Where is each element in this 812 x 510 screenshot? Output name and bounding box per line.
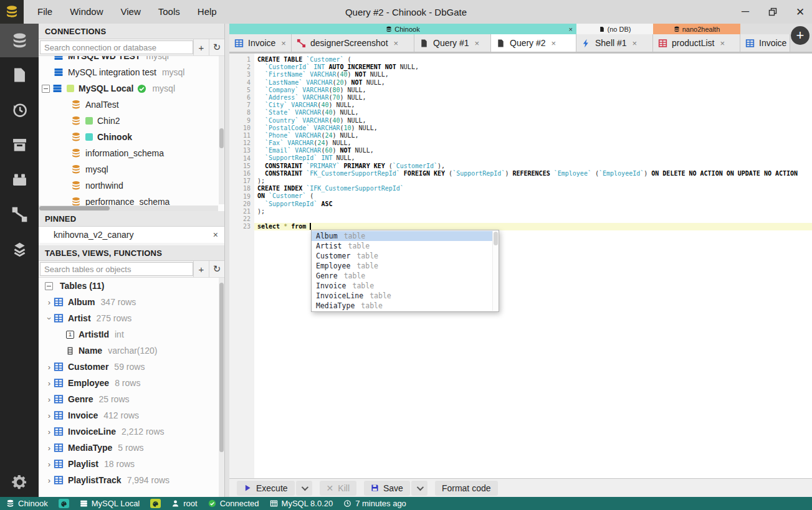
chevron-right-icon[interactable]: › xyxy=(45,298,54,307)
activity-plugins-button[interactable] xyxy=(0,162,39,197)
activity-designer-button[interactable] xyxy=(0,197,39,232)
connection-item[interactable]: MySQL integration testmysql xyxy=(39,64,224,80)
chevron-right-icon[interactable]: › xyxy=(45,411,54,420)
autocomplete-scrollbar[interactable] xyxy=(492,231,499,311)
autocomplete-item[interactable]: Genretable xyxy=(312,271,499,281)
connections-horizontal-scrollbar[interactable] xyxy=(39,205,218,211)
scrollbar-thumb[interactable] xyxy=(219,128,224,148)
activity-files-button[interactable] xyxy=(0,57,39,92)
refresh-connections-icon[interactable]: ↻ xyxy=(209,39,224,55)
column-row[interactable]: Namevarchar(120) xyxy=(39,342,224,359)
table-row[interactable]: ›Album347 rows xyxy=(39,294,224,310)
menu-view[interactable]: View xyxy=(112,0,150,24)
chevron-right-icon[interactable]: › xyxy=(45,395,54,404)
restore-icon[interactable] xyxy=(767,6,778,17)
tab-group-nano2health[interactable]: nano2health xyxy=(653,24,740,34)
database-item[interactable]: information_schema xyxy=(39,145,224,161)
autocomplete-item[interactable]: Artisttable xyxy=(312,241,499,251)
close-tab-icon[interactable]: × xyxy=(281,39,286,48)
close-tab-icon[interactable]: × xyxy=(720,39,725,48)
table-row[interactable]: ›Playlist18 rows xyxy=(39,456,224,472)
save-button[interactable]: Save xyxy=(364,481,410,496)
chevron-right-icon[interactable]: › xyxy=(45,460,54,469)
objects-search-input[interactable] xyxy=(40,262,193,276)
table-row[interactable]: ›Artist275 rows xyxy=(39,310,224,326)
chevron-right-icon[interactable]: › xyxy=(45,427,54,437)
autocomplete-item[interactable]: Invoicetable xyxy=(312,281,499,291)
chevron-right-icon[interactable]: › xyxy=(45,362,54,372)
close-icon[interactable]: ✕ xyxy=(795,6,806,17)
tab-invoice[interactable]: Invoice xyxy=(740,34,790,52)
autocomplete-item[interactable]: MediaTypetable xyxy=(312,301,499,311)
tab-invoice[interactable]: Invoice× xyxy=(229,34,292,52)
execute-button[interactable]: Execute xyxy=(237,481,295,496)
table-row[interactable]: ›Employee8 rows xyxy=(39,375,224,391)
close-tab-icon[interactable]: × xyxy=(394,39,399,48)
close-tab-icon[interactable]: × xyxy=(552,39,556,48)
tables-group-row[interactable]: Tables (11) xyxy=(39,278,224,294)
status-chinook[interactable]: Chinook xyxy=(6,499,48,508)
table-row[interactable]: ›MediaType5 rows xyxy=(39,440,224,456)
kill-button[interactable]: ✕Kill xyxy=(320,481,356,496)
status-connected[interactable]: Connected xyxy=(208,499,259,508)
collapse-icon[interactable] xyxy=(45,282,53,290)
chevron-right-icon[interactable]: › xyxy=(45,443,54,453)
add-object-button[interactable]: + xyxy=(193,261,209,277)
connection-item[interactable]: MySQL Localmysql xyxy=(39,80,224,97)
database-item[interactable]: northwind xyxy=(39,177,224,194)
database-item[interactable]: Chin2 xyxy=(39,113,224,129)
autocomplete-item[interactable]: Albumtable xyxy=(312,231,499,241)
menu-help[interactable]: Help xyxy=(189,0,226,24)
column-row[interactable]: 1ArtistIdint xyxy=(39,326,224,342)
autocomplete-item[interactable]: Employeetable xyxy=(312,261,499,271)
table-row[interactable]: ›Genre25 rows xyxy=(39,391,224,407)
scrollbar-thumb[interactable] xyxy=(219,283,224,452)
autocomplete-item[interactable]: Customertable xyxy=(312,251,499,261)
database-item[interactable]: mysql xyxy=(39,161,224,177)
tab-query2[interactable]: Query #2× xyxy=(491,34,576,52)
database-item[interactable]: Chinook xyxy=(39,129,224,145)
close-tab-icon[interactable]: × xyxy=(633,39,638,48)
tab-designerscreenshot[interactable]: designerScreenshot× xyxy=(292,34,414,52)
unpin-icon[interactable]: × xyxy=(213,230,218,240)
chevron-right-icon[interactable]: › xyxy=(45,379,54,388)
activity-database-button[interactable] xyxy=(0,24,39,57)
close-group-icon[interactable]: × xyxy=(569,26,573,33)
activity-history-button[interactable] xyxy=(0,92,39,127)
tab-productlist[interactable]: productList× xyxy=(653,34,740,52)
status-mysql-local[interactable]: MySQL Local xyxy=(80,499,140,508)
status-7-minutes-ago[interactable]: 7 minutes ago xyxy=(343,499,406,508)
connection-item[interactable]: MYSQL WD TESTmysql xyxy=(39,56,224,64)
tab-group-chinook[interactable]: Chinook× xyxy=(229,24,576,34)
scrollbar-thumb[interactable] xyxy=(39,206,110,210)
chevron-right-icon[interactable]: › xyxy=(45,476,54,485)
chevron-down-icon[interactable]: › xyxy=(45,314,54,323)
table-row[interactable]: ›InvoiceLine2,212 rows xyxy=(39,423,224,440)
activity-archive-button[interactable] xyxy=(0,127,39,162)
table-row[interactable]: ›Customer59 rows xyxy=(39,359,224,375)
new-tab-button[interactable]: + xyxy=(791,26,810,45)
menu-window[interactable]: Window xyxy=(61,0,112,24)
status-root[interactable]: root xyxy=(171,499,197,508)
save-dropdown-button[interactable] xyxy=(411,481,427,496)
status-mysql-8-0-20[interactable]: MySQL 8.0.20 xyxy=(270,499,333,508)
connection-color-swatch[interactable] xyxy=(150,499,161,508)
tables-vertical-scrollbar[interactable] xyxy=(219,278,224,497)
close-tab-icon[interactable]: × xyxy=(475,39,480,48)
database-item[interactable]: AnalTest xyxy=(39,97,224,113)
execute-dropdown-button[interactable] xyxy=(296,481,312,496)
connection-color-swatch[interactable] xyxy=(59,499,69,508)
table-row[interactable]: ›Invoice412 rows xyxy=(39,407,224,423)
tab-group-nodb[interactable]: (no DB) xyxy=(576,24,653,34)
menu-file[interactable]: File xyxy=(29,0,61,24)
add-connection-button[interactable]: + xyxy=(193,39,209,55)
refresh-objects-icon[interactable]: ↻ xyxy=(209,261,224,277)
collapse-icon[interactable] xyxy=(42,85,50,93)
autocomplete-item[interactable]: InvoiceLinetable xyxy=(312,291,499,301)
connections-search-input[interactable] xyxy=(40,40,193,54)
pinned-item[interactable]: knihovna_v2_canary × xyxy=(39,227,224,245)
sql-editor[interactable]: 1234567891011121314151617181920212223 CR… xyxy=(229,54,812,478)
table-row[interactable]: ›PlaylistTrack7,994 rows xyxy=(39,472,224,488)
activity-layers-button[interactable] xyxy=(0,232,39,267)
connections-vertical-scrollbar[interactable] xyxy=(219,56,224,204)
